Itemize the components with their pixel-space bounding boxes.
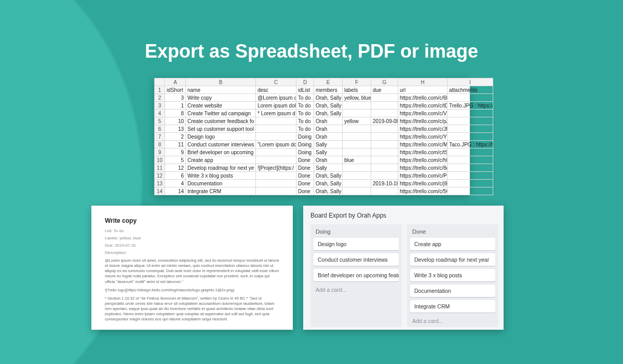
row-header: 10 xyxy=(155,156,165,164)
board-card[interactable]: Write 3 x blog posts xyxy=(410,269,495,281)
sheet-cell xyxy=(343,164,371,172)
sheet-cell xyxy=(343,180,371,187)
sheet-header-cell: url xyxy=(398,86,448,94)
sheet-cell xyxy=(448,164,493,172)
add-card-button[interactable]: Add a card... xyxy=(314,285,399,294)
sheet-cell: https://trello.com/c/Yn xyxy=(398,133,448,141)
sheet-cell: ![Project](https:/ xyxy=(256,164,296,172)
pdf-paragraph: ![Trello logo](https://design.trello.com… xyxy=(105,288,279,293)
sheet-header-cell: idList xyxy=(296,86,314,94)
sheet-cell xyxy=(256,187,296,195)
sheet-cell: Doing xyxy=(296,133,314,141)
board-list-title: Done xyxy=(410,227,495,238)
sheet-cell: 2019-10-18 xyxy=(371,180,398,187)
sheet-cell xyxy=(256,172,296,180)
sheet-cell xyxy=(343,133,371,141)
board-card[interactable]: Brief developer on upcoming feature set xyxy=(314,269,399,281)
sheet-cell xyxy=(448,187,493,195)
sheet-cell: yellow, blue xyxy=(343,94,371,102)
board-list: DoneCreate appDevelop roadmap for next y… xyxy=(407,224,498,327)
sheet-cell: Brief developer on upcoming xyxy=(186,149,256,156)
sheet-cell: https://trello.com/c/8c xyxy=(398,164,448,172)
sheet-cell xyxy=(371,110,398,117)
board-list-title: Doing xyxy=(314,227,399,238)
sheet-cell xyxy=(256,149,296,156)
sheet-cell xyxy=(448,133,493,141)
sheet-cell: 4 xyxy=(165,180,186,187)
sheet-cell xyxy=(448,94,493,102)
sheet-cell: * Lorem ipsum d xyxy=(256,110,296,117)
sheet-cell: Doing xyxy=(296,141,314,149)
add-card-button[interactable]: Add a card... xyxy=(410,316,495,325)
sheet-cell: 14 xyxy=(165,187,186,195)
sheet-cell: Done xyxy=(296,164,314,172)
row-header: 5 xyxy=(155,117,165,125)
sheet-cell: yellow xyxy=(343,117,371,125)
board-card[interactable]: Integrate CRM xyxy=(410,300,495,313)
sheet-cell: Done xyxy=(296,180,314,187)
sheet-cell xyxy=(343,102,371,110)
sheet-header-cell: due xyxy=(371,86,398,94)
sheet-cell xyxy=(448,149,493,156)
sheet-cell: 12 xyxy=(165,164,186,172)
sheet-cell: "Lorem ipsum do xyxy=(256,141,296,149)
board-card[interactable]: Develop roadmap for next year xyxy=(410,253,495,266)
sheet-cell: https://trello.com/c/j9l xyxy=(398,180,448,187)
board-card[interactable]: Documentation xyxy=(410,285,495,297)
sheet-header-cell: desc xyxy=(256,86,296,94)
sheet-cell: Write 3 x blog posts xyxy=(186,172,256,180)
sheet-cell: To do xyxy=(296,125,314,133)
row-header: 9 xyxy=(155,149,165,156)
pdf-labels: Labels: yellow, blue xyxy=(105,236,279,240)
sheet-cell xyxy=(371,141,398,149)
column-header: G xyxy=(371,78,398,86)
sheet-cell: Orah, Sally xyxy=(314,172,343,180)
board-card[interactable]: Create app xyxy=(410,238,495,250)
sheet-cell: Orah xyxy=(314,125,343,133)
sheet-cell: Write copy xyxy=(186,94,256,102)
sheet-cell: Create app xyxy=(186,156,256,164)
sheet-cell: Documentation xyxy=(186,180,256,187)
pdf-description-label: Description: xyxy=(105,250,279,255)
sheet-cell: https://trello.com/c/VE xyxy=(398,110,448,117)
board-card[interactable]: Design logo xyxy=(314,238,399,250)
sheet-cell: Done xyxy=(296,156,314,164)
sheet-cell: https://trello.com/c/5C xyxy=(398,187,448,195)
column-header: D xyxy=(296,78,314,86)
sheet-header-cell: attachments xyxy=(448,86,493,94)
sheet-cell: https://trello.com/c/pZ xyxy=(398,117,448,125)
row-header: 12 xyxy=(155,172,165,180)
sheet-cell xyxy=(256,117,296,125)
sheet-cell xyxy=(256,180,296,187)
spreadsheet-table: ABCDEFGHI1idShortnamedescidListmembersla… xyxy=(154,78,493,195)
sheet-cell: https://trello.com/c/tSj xyxy=(398,149,448,156)
column-header: F xyxy=(343,78,371,86)
row-header: 1 xyxy=(155,86,165,94)
sheet-cell: Orah, Sally xyxy=(314,110,343,117)
sheet-cell xyxy=(343,110,371,117)
sheet-cell: https://trello.com/c/6t xyxy=(398,94,448,102)
sheet-header-cell: idShort xyxy=(165,86,186,94)
sheet-header-cell: name xyxy=(186,86,256,94)
sheet-cell xyxy=(371,172,398,180)
sheet-cell: 2019-09-08 xyxy=(371,117,398,125)
sheet-cell xyxy=(371,149,398,156)
row-header: 13 xyxy=(155,180,165,187)
sheet-cell xyxy=(371,94,398,102)
board-card[interactable]: Conduct customer interviews xyxy=(314,253,399,266)
row-header: 6 xyxy=(155,125,165,133)
row-header: 2 xyxy=(155,94,165,102)
column-header: E xyxy=(314,78,343,86)
sheet-cell: Orah, Sally xyxy=(314,102,343,110)
sheet-cell: 5 xyxy=(165,156,186,164)
sheet-cell xyxy=(256,125,296,133)
sheet-cell: Trello.JPG : https://trello- xyxy=(448,102,493,110)
pdf-list: List: To do xyxy=(105,228,279,233)
sheet-header-cell: labels xyxy=(343,86,371,94)
sheet-cell xyxy=(448,110,493,117)
sheet-cell: https://trello.com/c/Ml xyxy=(398,141,448,149)
sheet-cell: Develop roadmap for next ye xyxy=(186,164,256,172)
sheet-cell: Set up customer support tool xyxy=(186,125,256,133)
sheet-cell: To do xyxy=(296,110,314,117)
row-header: 8 xyxy=(155,141,165,149)
